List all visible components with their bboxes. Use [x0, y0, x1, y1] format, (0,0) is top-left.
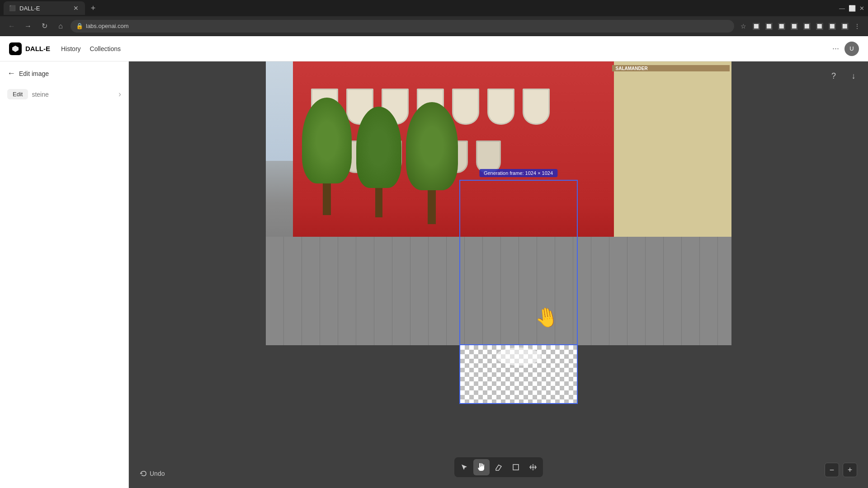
canvas-area[interactable]: ? ↓: [129, 61, 868, 488]
cloud-shape: [496, 347, 541, 366]
eraser-icon: [495, 464, 502, 471]
sign-text: SALAMANDER: [616, 66, 648, 71]
ext-icon-1[interactable]: 🔲: [750, 21, 761, 32]
svg-rect-0: [513, 465, 519, 470]
selection-frame-border: Generation frame: 1024 × 1024: [459, 180, 578, 345]
tree-top: [406, 102, 458, 190]
prompt-row: Edit ›: [7, 89, 121, 99]
window: [476, 141, 501, 173]
maximize-button[interactable]: ⬜: [849, 5, 856, 12]
window: [523, 89, 550, 125]
back-arrow-icon: ←: [7, 69, 15, 78]
tree-trunk: [375, 188, 382, 217]
tree-2: [356, 107, 401, 224]
browser-chrome: ⬛ DALL-E ✕ + — ⬜ ✕ ← → ↻ ⌂ 🔒 labs.openai…: [0, 0, 868, 36]
url-input[interactable]: 🔒 labs.openai.com: [71, 20, 734, 33]
tree-trunk: [428, 190, 436, 224]
ext-icon-8[interactable]: 🔲: [839, 21, 850, 32]
generation-frame-text: Generation frame: 1024 × 1024: [484, 170, 553, 176]
close-button[interactable]: ✕: [859, 5, 864, 12]
window: [487, 89, 514, 125]
new-tab-button[interactable]: +: [87, 2, 99, 14]
edit-image-label: Edit image: [19, 70, 49, 77]
extension-area: [266, 345, 731, 404]
active-tab[interactable]: ⬛ DALL-E ✕: [4, 1, 85, 15]
home-button[interactable]: ⌂: [54, 20, 67, 33]
collections-nav-item[interactable]: Collections: [90, 43, 121, 54]
tab-favicon: ⬛: [9, 5, 16, 11]
tab-bar-right: — ⬜ ✕: [839, 5, 864, 12]
ext-icon-2[interactable]: 🔲: [763, 21, 774, 32]
lock-icon: 🔒: [76, 23, 83, 29]
app-name: DALL-E: [25, 45, 50, 52]
sidebar: ← Edit image Edit ›: [0, 61, 129, 488]
trees-group: [302, 98, 458, 224]
undo-button[interactable]: Undo: [140, 470, 165, 477]
frame-icon: [512, 464, 519, 471]
browser-extension-icons: ☆ 🔲 🔲 🔲 🔲 🔲 🔲 🔲 🔲 ⋮: [738, 21, 863, 32]
tab-close-button[interactable]: ✕: [72, 5, 80, 12]
tree-1: [302, 98, 352, 224]
canvas-wrapper: SALAMANDER Generation frame: 1024 × 1024: [266, 61, 731, 404]
minimize-button[interactable]: —: [839, 5, 845, 12]
history-nav-item[interactable]: History: [61, 43, 81, 54]
tab-bar: ⬛ DALL-E ✕ + — ⬜ ✕: [0, 0, 868, 16]
address-bar: ← → ↻ ⌂ 🔒 labs.openai.com ☆ 🔲 🔲 🔲 🔲 🔲 🔲 …: [0, 16, 868, 36]
new-tab-icon: +: [91, 4, 96, 13]
zoom-in-button[interactable]: +: [843, 463, 857, 477]
url-text: labs.openai.com: [86, 23, 129, 29]
app-header-right: ··· U: [832, 42, 859, 56]
app-nav: History Collections: [61, 43, 121, 54]
zoom-controls: − +: [825, 463, 857, 477]
hand-tool-button[interactable]: [473, 459, 490, 475]
ext-icon-7[interactable]: 🔲: [826, 21, 837, 32]
undo-icon: [140, 470, 147, 477]
tool-group: [454, 457, 543, 477]
edit-tab-button[interactable]: Edit: [7, 89, 28, 99]
frame-tool-button[interactable]: [508, 459, 524, 475]
generation-frame-tooltip: Generation frame: 1024 × 1024: [479, 169, 557, 177]
undo-label: Undo: [150, 470, 165, 477]
canvas-top-actions: ? ↓: [826, 69, 861, 83]
help-button[interactable]: ?: [826, 69, 841, 83]
dall-e-logo: DALL-E: [9, 42, 50, 55]
app-header: DALL-E History Collections ··· U: [0, 36, 868, 61]
tab-title: DALL-E: [19, 5, 69, 12]
bookmark-icon[interactable]: ☆: [738, 21, 749, 32]
tree-top: [356, 107, 401, 188]
eraser-tool-button[interactable]: [491, 459, 507, 475]
ext-icon-5[interactable]: 🔲: [801, 21, 812, 32]
avatar-initials: U: [849, 45, 854, 52]
logo-icon: [9, 42, 22, 55]
building-sign: SALAMANDER: [612, 65, 730, 71]
bottom-toolbar: [454, 457, 543, 477]
ext-icon-3[interactable]: 🔲: [776, 21, 787, 32]
logo-svg: [11, 45, 19, 53]
download-button[interactable]: ↓: [846, 69, 861, 83]
tree-3: [406, 102, 458, 224]
cloud-area: [459, 345, 578, 368]
prompt-input[interactable]: [32, 91, 115, 98]
select-tool-button[interactable]: [456, 459, 472, 475]
back-button[interactable]: ← Edit image: [7, 69, 121, 78]
tree-top: [302, 98, 352, 183]
outpaint-icon: [529, 464, 537, 471]
tree-trunk: [323, 183, 331, 215]
main-content: ← Edit image Edit › ? ↓: [0, 61, 868, 488]
ext-icon-4[interactable]: 🔲: [788, 21, 799, 32]
zoom-out-button[interactable]: −: [825, 463, 839, 477]
refresh-button[interactable]: ↻: [38, 20, 51, 33]
back-nav-button[interactable]: ←: [5, 20, 18, 33]
select-icon: [461, 464, 468, 471]
more-options-button[interactable]: ···: [832, 44, 839, 53]
user-avatar[interactable]: U: [844, 42, 859, 56]
forward-nav-button[interactable]: →: [22, 20, 34, 33]
main-image: SALAMANDER Generation frame: 1024 × 1024: [266, 61, 731, 345]
outpaint-tool-button[interactable]: [525, 459, 541, 475]
hand-icon: [477, 463, 486, 471]
ext-icon-6[interactable]: 🔲: [814, 21, 825, 32]
browser-menu-button[interactable]: ⋮: [852, 21, 863, 32]
prompt-arrow-icon: ›: [118, 89, 121, 99]
